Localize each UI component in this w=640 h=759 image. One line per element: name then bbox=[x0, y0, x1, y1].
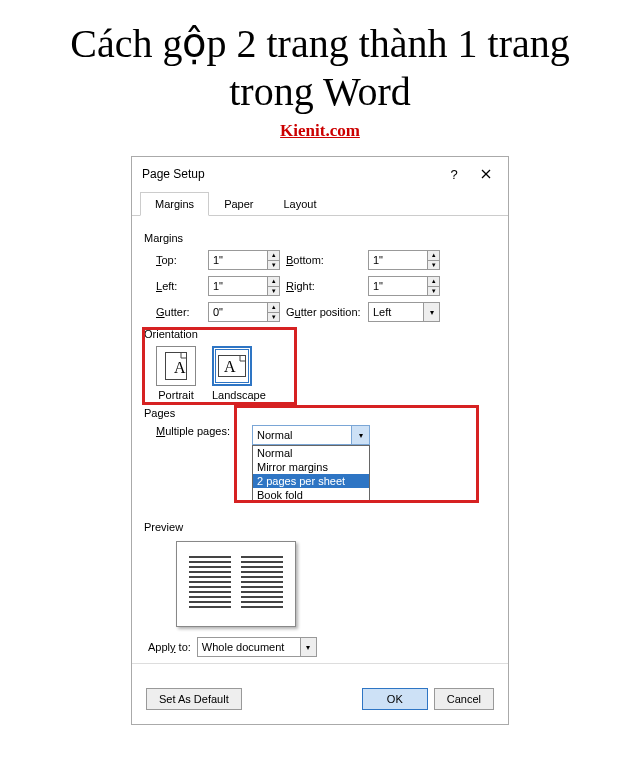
right-label: Right: bbox=[286, 280, 368, 292]
tab-margins[interactable]: Margins bbox=[140, 192, 209, 216]
left-label: Left: bbox=[156, 280, 208, 292]
footer: Set As Default OK Cancel bbox=[132, 678, 508, 724]
bottom-input[interactable] bbox=[369, 251, 427, 269]
preview-box bbox=[176, 541, 494, 627]
apply-to-label: Apply to: bbox=[148, 641, 191, 653]
top-spinbox[interactable]: ▲▼ bbox=[208, 250, 280, 270]
gutter-spinbox[interactable]: ▲▼ bbox=[208, 302, 280, 322]
landscape-icon: A bbox=[212, 346, 252, 386]
orientation-landscape[interactable]: A Landscape bbox=[212, 346, 266, 401]
multiple-pages-dropdown: Normal Mirror margins 2 pages per sheet … bbox=[252, 445, 370, 503]
svg-text:A: A bbox=[174, 359, 186, 376]
svg-text:A: A bbox=[224, 358, 236, 375]
multiple-pages-combo[interactable]: Normal ▾ bbox=[252, 425, 370, 445]
orientation-row: A Portrait A Landscape bbox=[156, 346, 494, 401]
margins-grid: Top: ▲▼ Bottom: ▲▼ Left: ▲▼ Right: ▲▼ Gu… bbox=[156, 250, 494, 322]
multiple-pages-value: Normal bbox=[257, 429, 292, 441]
tab-paper[interactable]: Paper bbox=[209, 192, 268, 216]
titlebar: Page Setup ? bbox=[132, 157, 508, 191]
ok-button[interactable]: OK bbox=[362, 688, 428, 710]
cancel-button[interactable]: Cancel bbox=[434, 688, 494, 710]
spin-up-icon[interactable]: ▲ bbox=[428, 277, 439, 287]
chevron-down-icon[interactable]: ▾ bbox=[351, 426, 369, 444]
spin-up-icon[interactable]: ▲ bbox=[268, 303, 279, 313]
gutter-pos-value: Left bbox=[373, 306, 391, 318]
close-button[interactable] bbox=[470, 163, 502, 185]
spin-down-icon[interactable]: ▼ bbox=[268, 261, 279, 270]
left-spinbox[interactable]: ▲▼ bbox=[208, 276, 280, 296]
tab-layout[interactable]: Layout bbox=[268, 192, 331, 216]
option-2-pages-per-sheet[interactable]: 2 pages per sheet bbox=[253, 474, 369, 488]
right-spinbox[interactable]: ▲▼ bbox=[368, 276, 440, 296]
close-icon bbox=[481, 169, 491, 179]
gutter-input[interactable] bbox=[209, 303, 267, 321]
chevron-down-icon[interactable]: ▾ bbox=[423, 303, 439, 321]
orientation-section-label: Orientation bbox=[144, 328, 494, 340]
spin-down-icon[interactable]: ▼ bbox=[268, 287, 279, 296]
orientation-portrait[interactable]: A Portrait bbox=[156, 346, 196, 401]
content: Margins Top: ▲▼ Bottom: ▲▼ Left: ▲▼ Righ… bbox=[132, 216, 508, 678]
apply-row: Apply to: Whole document ▾ bbox=[148, 637, 494, 657]
apply-to-value: Whole document bbox=[202, 641, 285, 653]
portrait-label: Portrait bbox=[156, 389, 196, 401]
spin-down-icon[interactable]: ▼ bbox=[428, 287, 439, 296]
multiple-pages-label: Multiple pages: bbox=[156, 425, 244, 437]
spin-down-icon[interactable]: ▼ bbox=[268, 313, 279, 322]
top-input[interactable] bbox=[209, 251, 267, 269]
top-label: Top: bbox=[156, 254, 208, 266]
margins-section-label: Margins bbox=[144, 232, 494, 244]
dialog-title: Page Setup bbox=[142, 167, 438, 181]
set-as-default-button[interactable]: Set As Default bbox=[146, 688, 242, 710]
gutter-pos-label: Gutter position: bbox=[286, 306, 368, 318]
divider bbox=[132, 663, 508, 664]
tabs: Margins Paper Layout bbox=[132, 191, 508, 216]
right-input[interactable] bbox=[369, 277, 427, 295]
page-setup-dialog: Page Setup ? Margins Paper Layout Margin… bbox=[131, 156, 509, 725]
left-input[interactable] bbox=[209, 277, 267, 295]
pages-section-label: Pages bbox=[144, 407, 494, 419]
landscape-label: Landscape bbox=[212, 389, 266, 401]
preview-page-icon bbox=[176, 541, 296, 627]
gutter-pos-combo[interactable]: Left ▾ bbox=[368, 302, 440, 322]
gutter-label: Gutter: bbox=[156, 306, 208, 318]
help-button[interactable]: ? bbox=[438, 163, 470, 185]
apply-to-combo[interactable]: Whole document ▾ bbox=[197, 637, 317, 657]
spin-up-icon[interactable]: ▲ bbox=[268, 251, 279, 261]
portrait-icon: A bbox=[156, 346, 196, 386]
pages-row: Multiple pages: Normal ▾ Normal Mirror m… bbox=[156, 425, 494, 445]
spin-up-icon[interactable]: ▲ bbox=[268, 277, 279, 287]
option-book-fold[interactable]: Book fold bbox=[253, 488, 369, 502]
option-normal[interactable]: Normal bbox=[253, 446, 369, 460]
spin-up-icon[interactable]: ▲ bbox=[428, 251, 439, 261]
preview-section-label: Preview bbox=[144, 521, 494, 533]
article-title: Cách gộp 2 trang thành 1 trang trong Wor… bbox=[30, 20, 610, 116]
site-link[interactable]: Kienit.com bbox=[0, 121, 640, 141]
bottom-label: Bottom: bbox=[286, 254, 368, 266]
bottom-spinbox[interactable]: ▲▼ bbox=[368, 250, 440, 270]
option-mirror-margins[interactable]: Mirror margins bbox=[253, 460, 369, 474]
spin-down-icon[interactable]: ▼ bbox=[428, 261, 439, 270]
chevron-down-icon[interactable]: ▾ bbox=[300, 638, 316, 656]
